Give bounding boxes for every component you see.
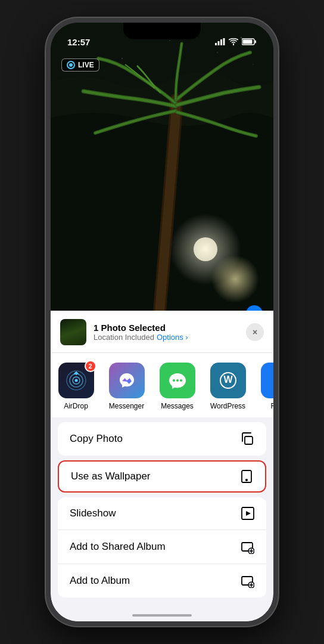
status-icons bbox=[215, 38, 257, 45]
photo-background: LIVE bbox=[51, 23, 273, 333]
svg-rect-6 bbox=[243, 40, 253, 44]
svg-point-27 bbox=[180, 379, 182, 382]
messages-icon-wrapper bbox=[160, 363, 195, 398]
battery-icon bbox=[242, 38, 257, 45]
messenger-svg-icon bbox=[117, 371, 136, 390]
wordpress-icon-wrapper: W bbox=[210, 363, 246, 398]
slideshow-icon bbox=[241, 507, 254, 520]
add-album-icon bbox=[240, 574, 254, 588]
share-header: 1 Photo Selected Location Included Optio… bbox=[51, 311, 273, 353]
facebook-svg-icon: f bbox=[268, 370, 274, 391]
phone-frame: 12:57 bbox=[46, 18, 278, 626]
share-thumbnail bbox=[60, 319, 86, 345]
messages-svg-icon bbox=[167, 370, 188, 391]
add-album-action[interactable]: Add to Album bbox=[58, 564, 266, 597]
live-dot-icon bbox=[67, 61, 75, 69]
wifi-icon bbox=[229, 38, 238, 45]
add-shared-album-icon bbox=[240, 540, 254, 554]
add-shared-album-action[interactable]: Add to Shared Album bbox=[58, 530, 266, 564]
home-indicator bbox=[51, 602, 273, 621]
signal-icon bbox=[215, 38, 225, 45]
airdrop-badge: 2 bbox=[85, 360, 96, 372]
svg-point-19 bbox=[211, 255, 259, 303]
messenger-icon-wrapper bbox=[109, 363, 145, 398]
live-text: LIVE bbox=[78, 61, 94, 69]
home-bar bbox=[132, 614, 192, 617]
wallpaper-section: Use as Wallpaper bbox=[58, 460, 266, 493]
copy-photo-action[interactable]: Copy Photo bbox=[58, 422, 266, 456]
svg-text:W: W bbox=[223, 374, 233, 385]
svg-point-25 bbox=[173, 379, 175, 382]
svg-point-33 bbox=[246, 479, 247, 481]
wordpress-app-icon: W bbox=[210, 363, 246, 398]
messenger-app-icon bbox=[109, 363, 145, 398]
svg-rect-3 bbox=[223, 38, 225, 45]
slideshow-action[interactable]: Slideshow bbox=[58, 497, 266, 530]
wallpaper-label: Use as Wallpaper bbox=[71, 470, 151, 482]
status-time: 12:57 bbox=[67, 37, 90, 47]
share-sheet: 1 Photo Selected Location Included Optio… bbox=[51, 311, 273, 621]
app-item-facebook[interactable]: f Fa… bbox=[253, 363, 273, 410]
svg-rect-5 bbox=[255, 41, 256, 44]
facebook-app-icon: f bbox=[261, 363, 274, 398]
svg-rect-31 bbox=[245, 436, 253, 444]
app-item-wordpress[interactable]: W WordPress bbox=[202, 363, 253, 410]
location-text: Location Included bbox=[94, 333, 154, 342]
messages-label: Messages bbox=[161, 402, 194, 410]
share-info: 1 Photo Selected Location Included Optio… bbox=[94, 323, 239, 342]
copy-photo-section: Copy Photo bbox=[58, 422, 266, 456]
add-album-label: Add to Album bbox=[70, 575, 130, 587]
close-button[interactable]: × bbox=[246, 323, 264, 341]
airdrop-label: AirDrop bbox=[64, 402, 88, 410]
app-item-airdrop[interactable]: 2 AirDrop bbox=[51, 363, 101, 410]
more-actions-section: Slideshow Add to Shared Album bbox=[58, 497, 266, 597]
live-badge: LIVE bbox=[61, 58, 99, 72]
screen: 12:57 bbox=[51, 23, 273, 621]
svg-rect-1 bbox=[218, 41, 220, 45]
facebook-label: Fa… bbox=[270, 402, 273, 410]
share-subtitle: Location Included Options › bbox=[94, 333, 239, 342]
wordpress-label: WordPress bbox=[210, 402, 245, 410]
apps-row: 2 AirDrop bbox=[51, 353, 273, 417]
svg-point-18 bbox=[194, 237, 217, 261]
messenger-label: Messenger bbox=[109, 402, 144, 410]
wallpaper-icon bbox=[240, 470, 253, 483]
copy-photo-icon bbox=[240, 432, 254, 446]
options-link[interactable]: Options › bbox=[157, 333, 188, 342]
app-item-messenger[interactable]: Messenger bbox=[101, 363, 152, 410]
messages-app-icon bbox=[160, 363, 195, 398]
airdrop-svg-icon bbox=[66, 370, 86, 391]
share-title: 1 Photo Selected bbox=[94, 323, 239, 333]
svg-point-26 bbox=[176, 379, 179, 382]
copy-photo-label: Copy Photo bbox=[70, 433, 123, 445]
slideshow-label: Slideshow bbox=[70, 507, 116, 519]
notch bbox=[123, 23, 201, 39]
svg-rect-0 bbox=[215, 43, 217, 45]
app-item-messages[interactable]: Messages bbox=[152, 363, 202, 410]
action-lists-container: Copy Photo Use as Wallpaper bbox=[51, 422, 273, 597]
use-as-wallpaper-action[interactable]: Use as Wallpaper bbox=[58, 460, 266, 493]
facebook-icon-wrapper: f bbox=[261, 363, 274, 398]
add-shared-album-label: Add to Shared Album bbox=[70, 541, 166, 553]
svg-rect-2 bbox=[220, 39, 222, 45]
wordpress-svg-icon: W bbox=[217, 370, 239, 391]
airdrop-icon-wrapper: 2 bbox=[58, 363, 94, 398]
svg-point-24 bbox=[74, 379, 77, 382]
